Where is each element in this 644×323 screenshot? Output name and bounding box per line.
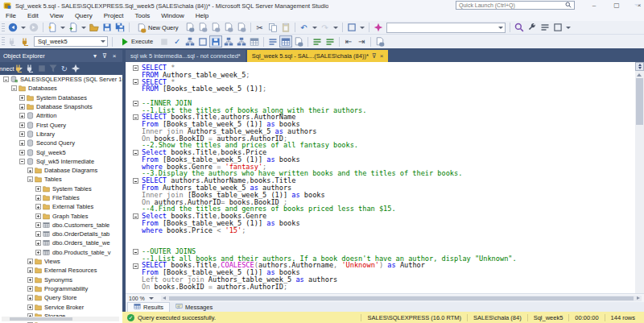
increase-indent-icon[interactable]: ⇥ bbox=[355, 35, 368, 48]
menu-help[interactable]: Help bbox=[190, 11, 214, 21]
tab-results[interactable]: Results bbox=[127, 302, 170, 312]
decrease-indent-icon[interactable]: ⇤ bbox=[342, 35, 355, 48]
expand-icon[interactable] bbox=[35, 213, 41, 219]
execute-button[interactable]: Execute bbox=[115, 35, 158, 48]
expand-icon[interactable] bbox=[27, 304, 33, 310]
tree-item-query-store[interactable]: Query Store bbox=[0, 293, 122, 302]
expand-icon[interactable] bbox=[35, 240, 41, 246]
collapse-icon[interactable] bbox=[11, 85, 17, 91]
collapse-icon[interactable] bbox=[27, 176, 33, 182]
navigate-backward-icon[interactable] bbox=[6, 22, 19, 34]
fold-collapse-icon[interactable] bbox=[133, 65, 138, 71]
expand-icon[interactable] bbox=[27, 295, 33, 300]
tree-item-database-snapshots[interactable]: Database Snapshots bbox=[0, 102, 122, 111]
menu-file[interactable]: File bbox=[0, 11, 22, 21]
xmla-query-icon[interactable] bbox=[222, 22, 235, 34]
minimize-button[interactable]: – bbox=[584, 0, 604, 10]
window-position-chevron-icon[interactable]: ▾ bbox=[90, 52, 100, 60]
menu-edit[interactable]: Edit bbox=[22, 11, 44, 21]
disconnect-icon[interactable] bbox=[25, 63, 36, 75]
database-engine-query-icon[interactable] bbox=[184, 22, 196, 34]
expand-icon[interactable] bbox=[27, 259, 33, 264]
code-line[interactable] bbox=[142, 234, 634, 241]
tree-item-graph-tables[interactable]: Graph Tables bbox=[0, 211, 122, 220]
new-query-button[interactable]: New Query bbox=[132, 22, 184, 34]
tree-item-system-databases[interactable]: System Databases bbox=[0, 93, 122, 102]
analysis-query-icon[interactable] bbox=[235, 22, 248, 34]
tree-item-programmability[interactable]: Programmability bbox=[0, 284, 122, 293]
active-files-caret[interactable] bbox=[634, 4, 639, 6]
sql-code-editor[interactable]: SELECT *FROM Authors_table_week_5;SELECT… bbox=[126, 62, 644, 293]
connect-dropdown[interactable]: Connect bbox=[2, 63, 14, 75]
code-line[interactable]: On books.BookID = authors.AuthorID; bbox=[142, 284, 634, 291]
tree-item-first-query[interactable]: First Query bbox=[0, 120, 122, 129]
actual-plan-icon[interactable] bbox=[222, 35, 235, 48]
expand-icon[interactable] bbox=[19, 104, 25, 110]
open-file-icon[interactable] bbox=[88, 22, 101, 34]
uncomment-icon[interactable] bbox=[324, 35, 336, 48]
menu-view[interactable]: View bbox=[44, 11, 69, 21]
expand-icon[interactable] bbox=[35, 195, 41, 201]
dmx-query-icon[interactable] bbox=[209, 22, 222, 34]
code-line[interactable]: FROM Authors_table_week_5; bbox=[142, 72, 634, 79]
chevron-down-icon[interactable] bbox=[101, 40, 105, 43]
quick-launch-input[interactable]: Quick Launch (Ctrl+Q) bbox=[456, 1, 575, 10]
results-text-icon[interactable] bbox=[266, 35, 279, 48]
copy-icon[interactable] bbox=[266, 22, 279, 34]
tree-item-dbo-orderdetails-tab[interactable]: dbo.OrderDetails_tab bbox=[0, 230, 122, 238]
expand-icon[interactable] bbox=[35, 204, 41, 209]
fold-collapse-icon[interactable] bbox=[133, 249, 138, 255]
tree-item-dbo-orders-table-we[interactable]: dbo.Orders_table_we bbox=[0, 238, 122, 247]
collapse-icon[interactable] bbox=[19, 159, 25, 164]
toolbar-overflow-caret[interactable] bbox=[566, 27, 571, 29]
expand-icon[interactable] bbox=[19, 150, 25, 155]
tree-item-sql-wk5-intermediate[interactable]: Sql_wk5 Intermediate bbox=[0, 157, 122, 166]
toolbox-icon[interactable] bbox=[539, 22, 551, 34]
restore-button[interactable]: ▢ bbox=[607, 0, 626, 10]
database-combo[interactable]: Sql_week5 bbox=[34, 36, 108, 47]
tree-item-second-query[interactable]: Second Query bbox=[0, 139, 122, 147]
results-file-icon[interactable] bbox=[292, 35, 305, 48]
undo-caret[interactable] bbox=[312, 27, 317, 29]
results-grid-icon[interactable] bbox=[279, 35, 292, 48]
toolbar-grip[interactable] bbox=[2, 37, 5, 46]
paste-icon[interactable] bbox=[279, 22, 292, 34]
scrollbar-thumb[interactable] bbox=[10, 317, 72, 321]
estimated-plan-icon[interactable] bbox=[184, 35, 196, 48]
tree-item-attrition[interactable]: Attrition bbox=[0, 111, 122, 120]
expand-icon[interactable] bbox=[19, 140, 25, 146]
refresh-icon[interactable]: ↻ bbox=[59, 63, 70, 75]
query-options-icon[interactable] bbox=[196, 35, 209, 48]
toolbar-grip[interactable] bbox=[2, 23, 5, 32]
stop-icon[interactable] bbox=[36, 63, 47, 75]
fold-collapse-icon[interactable] bbox=[133, 178, 138, 184]
cancel-query-icon[interactable] bbox=[158, 35, 171, 48]
launch-icon[interactable] bbox=[372, 22, 385, 34]
tree-item-tables[interactable]: Tables bbox=[0, 175, 122, 184]
find-in-files-icon[interactable] bbox=[513, 22, 526, 34]
new-project-icon[interactable] bbox=[46, 22, 59, 34]
expand-icon[interactable] bbox=[19, 131, 25, 137]
navigate-forward-icon[interactable] bbox=[27, 22, 40, 34]
code-line[interactable] bbox=[142, 93, 634, 100]
navigate-to-icon[interactable] bbox=[345, 22, 358, 34]
document-tab-1[interactable]: sql wk 5 intermedia...sql - not connecte… bbox=[126, 50, 246, 62]
document-tab-2[interactable]: Sql_week 5.sql - SAL...(SALES\chala (84)… bbox=[247, 50, 389, 62]
menu-query[interactable]: Query bbox=[69, 11, 98, 21]
tree-item-service-broker[interactable]: Service Broker bbox=[0, 302, 122, 311]
expand-icon[interactable] bbox=[35, 231, 41, 237]
navigate-backward-caret[interactable] bbox=[21, 27, 26, 29]
expand-icon[interactable] bbox=[19, 113, 25, 118]
tree-item-system-tables[interactable]: System Tables bbox=[0, 184, 122, 193]
chevron-down-icon[interactable] bbox=[498, 27, 503, 29]
fold-collapse-icon[interactable] bbox=[133, 213, 138, 219]
live-stats-icon[interactable] bbox=[235, 35, 248, 48]
tree-item-library[interactable]: Library bbox=[0, 130, 122, 139]
change-connection-icon[interactable] bbox=[19, 35, 32, 48]
sqlcmd-mode-icon[interactable] bbox=[374, 35, 386, 48]
zoom-caret[interactable] bbox=[149, 297, 154, 300]
expand-icon[interactable] bbox=[35, 222, 41, 228]
parse-icon[interactable]: ✓ bbox=[171, 35, 184, 48]
scrollbar-thumb[interactable] bbox=[169, 296, 634, 300]
expand-icon[interactable] bbox=[27, 277, 33, 283]
